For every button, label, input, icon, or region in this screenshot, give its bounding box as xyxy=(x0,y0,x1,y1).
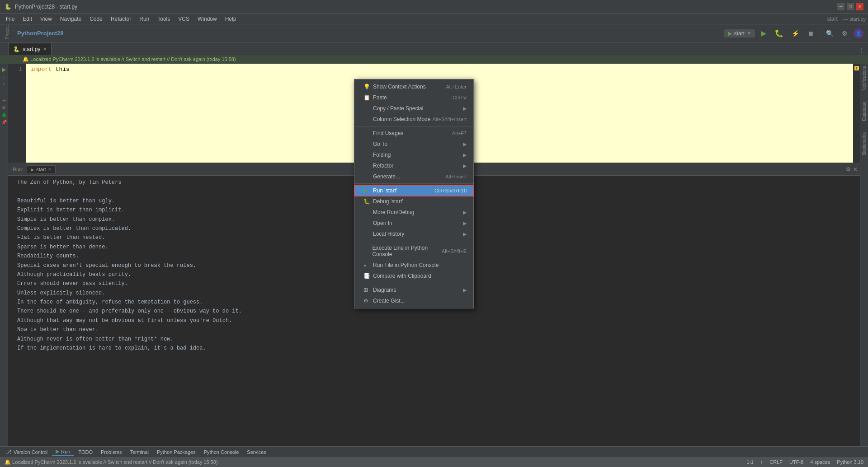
todo-tab[interactable]: TODO xyxy=(75,448,96,456)
status-notification: 🔔 Localized PyCharm 2023.1.2 is availabl… xyxy=(5,459,218,465)
ctx-execute-line[interactable]: Execute Line in Python Console Alt+Shift… xyxy=(354,243,473,260)
run-tab-start[interactable]: ▶ start ✕ xyxy=(27,165,55,173)
indent-indicator[interactable]: 4 spaces xyxy=(810,459,830,465)
services-tab[interactable]: Services xyxy=(243,448,269,456)
user-button[interactable]: 👤 xyxy=(854,28,863,38)
ctx-compare-clipboard-left: 📑 Compare with Clipboard xyxy=(363,273,431,279)
minimize-button[interactable]: ─ xyxy=(837,3,844,10)
run-config-dropdown[interactable]: ▶ start ▼ xyxy=(724,29,755,37)
run-tab-icon: ▶ xyxy=(31,167,34,172)
title-bar: 🐍 PythonProject28 - start.py ─ □ ✕ xyxy=(0,0,868,14)
run-with-coverage[interactable]: ⚡ xyxy=(789,29,802,38)
ctx-more-run-debug-label: More Run/Debug xyxy=(373,209,414,215)
ctx-run-file-console[interactable]: ● Run File in Python Console xyxy=(354,260,473,271)
terminal-tab[interactable]: Terminal xyxy=(126,448,152,456)
tree-button[interactable]: 🌲 xyxy=(0,111,8,118)
tab-label: start.py xyxy=(23,46,40,52)
menu-tools[interactable]: Tools xyxy=(154,15,174,23)
ctx-copy-paste-special[interactable]: Copy / Paste Special ▶ xyxy=(354,103,473,114)
python-packages-tab[interactable]: Python Packages xyxy=(153,448,199,456)
output-line-18: If the implementation is hard to explain… xyxy=(17,344,851,353)
ctx-find-usages[interactable]: Find Usages Alt+F7 xyxy=(354,128,473,139)
problems-tab[interactable]: Problems xyxy=(97,448,125,456)
ctx-goto[interactable]: Go To ▶ xyxy=(354,139,473,149)
menu-bar: File Edit View Navigate Code Refactor Ru… xyxy=(0,14,868,24)
ctx-run-file-console-left: ● Run File in Python Console xyxy=(363,262,439,268)
status-left: 🔔 Localized PyCharm 2023.1.2 is availabl… xyxy=(5,459,218,465)
menu-view[interactable]: View xyxy=(37,15,56,23)
menu-run[interactable]: Run xyxy=(136,15,153,23)
ctx-refactor-left: Refactor xyxy=(363,163,393,169)
ctx-show-context-actions-shortcut: Alt+Enter xyxy=(446,84,467,89)
ctx-refactor[interactable]: Refactor ▶ xyxy=(354,160,473,171)
ctx-more-run-debug[interactable]: More Run/Debug ▶ xyxy=(354,207,473,218)
ctx-open-in[interactable]: Open In ▶ xyxy=(354,218,473,229)
pin-button[interactable]: 📌 xyxy=(0,118,8,126)
menu-help[interactable]: Help xyxy=(222,15,240,23)
ctx-diagrams-label: Diagrams xyxy=(373,287,396,293)
run-tab-bottom[interactable]: ▶ Run xyxy=(52,448,74,456)
tab-options-button[interactable]: ⋮ xyxy=(854,46,868,55)
down-arrow-left[interactable]: ↓ xyxy=(0,73,8,80)
ctx-goto-label: Go To xyxy=(373,141,387,147)
ctx-run-start[interactable]: ▶ Run 'start' Ctrl+Shift+F10 xyxy=(354,185,473,196)
bookmarks-tool-label[interactable]: Bookmarks xyxy=(862,132,867,155)
wrap-button[interactable]: ↩ xyxy=(0,97,8,104)
encoding-indicator[interactable]: UTF-8 xyxy=(789,459,803,465)
paste-icon: 📋 xyxy=(363,94,371,101)
title-text: PythonProject28 - start.py xyxy=(15,4,77,10)
debug-button[interactable]: 🐛 xyxy=(772,28,786,38)
maximize-button[interactable]: □ xyxy=(847,3,854,10)
menu-navigate[interactable]: Navigate xyxy=(57,15,85,23)
ctx-show-context-actions[interactable]: 💡 Show Context Actions Alt+Enter xyxy=(354,81,473,92)
search-everywhere-button[interactable]: 🔍 xyxy=(824,29,836,38)
version-control-tab[interactable]: ⎇ Version Control xyxy=(2,448,51,456)
ctx-folding[interactable]: Folding ▶ xyxy=(354,149,473,160)
ctx-sep-1 xyxy=(354,126,473,126)
line-col-indicator[interactable]: 1:1 xyxy=(747,459,754,465)
python-console-tab[interactable]: Python Console xyxy=(200,448,243,456)
settings-button[interactable]: ⚙ xyxy=(840,29,850,38)
run-settings-button[interactable]: ⚙ xyxy=(846,166,851,173)
run-tab-close[interactable]: ✕ xyxy=(48,167,52,172)
project-sidebar-toggle[interactable]: Project xyxy=(5,25,11,41)
menu-edit[interactable]: Edit xyxy=(19,15,36,23)
ctx-create-gist[interactable]: ⚙ Create Gist... xyxy=(354,295,473,306)
stop-button[interactable]: ⏹ xyxy=(805,29,816,38)
ctx-local-history[interactable]: Local History ▶ xyxy=(354,229,473,239)
menu-file[interactable]: File xyxy=(2,15,18,23)
ctx-local-history-left: Local History xyxy=(363,231,404,237)
run-button-left[interactable]: ▶ xyxy=(0,66,8,73)
notifications-tool-label[interactable]: Notifications xyxy=(862,66,867,90)
notification-text: 🔔 Localized PyCharm 2023.1.2 is availabl… xyxy=(23,56,236,62)
menu-window[interactable]: Window xyxy=(194,15,221,23)
menu-refactor[interactable]: Refactor xyxy=(107,15,135,23)
run-button[interactable]: ▶ xyxy=(759,28,769,38)
menu-vcs[interactable]: VCS xyxy=(175,15,193,23)
ctx-folding-label: Folding xyxy=(373,152,391,158)
python-version-indicator[interactable]: Python 3.10 xyxy=(837,459,863,465)
run-panel-controls: ⚙ ✕ xyxy=(846,166,858,173)
ctx-diagrams[interactable]: ⊞ Diagrams ▶ xyxy=(354,285,473,295)
ctx-compare-clipboard[interactable]: 📑 Compare with Clipboard xyxy=(354,271,473,281)
close-button[interactable]: ✕ xyxy=(856,3,863,10)
ctx-debug-start[interactable]: 🐛 Debug 'start' xyxy=(354,196,473,207)
tab-start-py[interactable]: 🐍 start.py ✕ xyxy=(8,43,52,55)
tab-close-button[interactable]: ✕ xyxy=(43,47,47,51)
output-line-16: Now is better than never. xyxy=(17,325,851,334)
ctx-paste[interactable]: 📋 Paste Ctrl+V xyxy=(354,92,473,103)
ctx-folding-left: Folding xyxy=(363,152,391,158)
run-close-button[interactable]: ✕ xyxy=(853,166,858,173)
ctx-more-run-debug-arrow: ▶ xyxy=(463,210,467,215)
ctx-folding-arrow: ▶ xyxy=(463,152,467,158)
up-arrow-left[interactable]: ↑ xyxy=(0,80,8,88)
ctx-column-selection[interactable]: Column Selection Mode Alt+Shift+Insert xyxy=(354,114,473,125)
problems-label: Problems xyxy=(101,449,122,455)
ctx-generate[interactable]: Generate... Alt+Insert xyxy=(354,171,473,182)
database-tool-label[interactable]: Database xyxy=(862,102,867,121)
ctx-generate-shortcut: Alt+Insert xyxy=(445,174,467,179)
project-name: PythonProject28 xyxy=(17,30,64,37)
menu-code[interactable]: Code xyxy=(86,15,106,23)
filter-button[interactable]: ⚙ xyxy=(0,104,8,111)
line-ending-indicator[interactable]: CRLF xyxy=(769,459,783,465)
